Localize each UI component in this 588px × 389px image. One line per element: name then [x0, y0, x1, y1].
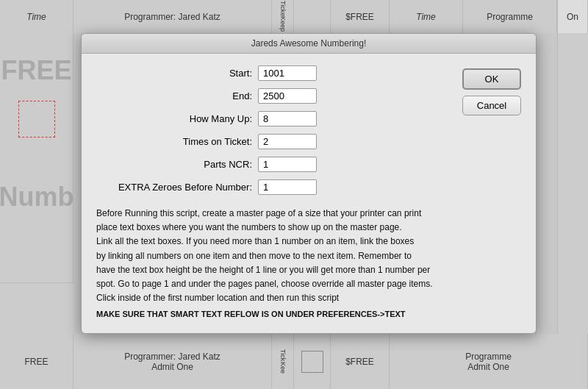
bg-right-column: [557, 33, 588, 357]
label-how-many-up: How Many Up:: [96, 113, 258, 124]
bg-red-box-1: [18, 101, 55, 138]
label-end: End:: [96, 90, 258, 101]
how-many-up-input[interactable]: [258, 111, 317, 126]
form-row-parts-ncr: Parts NCR:: [96, 157, 448, 172]
bg-programmer-2: Programme: [463, 0, 557, 33]
modal-buttons: OK Cancel: [448, 65, 521, 321]
background-top: Time Programmer: Jared Katz Ticke Keep $…: [0, 0, 588, 33]
bg-free-mid-bottom: [0, 282, 74, 334]
ok-button[interactable]: OK: [462, 68, 521, 90]
bg-ticket-bottom: Tick Kee: [272, 334, 294, 389]
desc-line-6: Click inside of the first number locatio…: [96, 291, 448, 305]
times-on-ticket-input[interactable]: [258, 134, 317, 149]
bg-free-large-1: FREE: [1, 55, 71, 86]
desc-line-1: place text boxes where you want the numb…: [96, 221, 448, 235]
modal-body: Start: End: How Many Up: Times on Ticket…: [82, 54, 536, 333]
form-row-end: End:: [96, 88, 448, 104]
form-row-start: Start:: [96, 65, 448, 81]
label-start: Start:: [96, 68, 258, 79]
modal-form: Start: End: How Many Up: Times on Ticket…: [96, 65, 448, 321]
label-parts-ncr: Parts NCR:: [96, 159, 258, 170]
cancel-button[interactable]: Cancel: [462, 96, 521, 115]
bg-empty-bottom: [294, 334, 331, 389]
end-input[interactable]: [258, 88, 317, 104]
bg-programme-bottom: Programme Admit One: [390, 334, 588, 389]
desc-line-5: spot. Go to page 1 and under the pages p…: [96, 277, 448, 291]
start-input[interactable]: [258, 65, 317, 81]
bg-time-1: Time: [0, 0, 74, 33]
bg-time-2: Time: [390, 0, 463, 33]
modal-title: Jareds Awesome Numbering!: [251, 38, 367, 49]
label-times-on-ticket: Times on Ticket:: [96, 136, 258, 147]
parts-ncr-input[interactable]: [258, 157, 317, 172]
form-row-extra-zeroes: EXTRA Zeroes Before Number:: [96, 179, 448, 195]
modal-dialog: Jareds Awesome Numbering! Start: End: Ho…: [81, 33, 537, 334]
bg-free-price-bottom: $FREE: [331, 334, 390, 389]
bg-on-label: On: [557, 0, 588, 33]
modal-warning: MAKE SURE THAT SMART TEXT REFLOW IS ON U…: [96, 308, 448, 321]
desc-line-4: have the text box height be the height o…: [96, 263, 448, 277]
bg-numb-large-1: Numb: [0, 182, 74, 213]
bg-programmer-1: Programmer: Jared Katz: [74, 0, 272, 33]
form-row-times-on-ticket: Times on Ticket:: [96, 134, 448, 149]
bg-ticket-stub: Ticke Keep: [272, 0, 294, 33]
desc-line-3: by linking all numbers on one item and t…: [96, 249, 448, 263]
bg-free-bottom: FREE: [0, 334, 74, 389]
bg-programmer-bottom: Programmer: Jared Katz Admit One: [74, 334, 272, 389]
modal-titlebar: Jareds Awesome Numbering!: [82, 34, 536, 54]
desc-line-0: Before Running this script, create a mas…: [96, 207, 448, 221]
desc-line-2: Link all the text boxes. If you need mor…: [96, 235, 448, 249]
bg-free-price: $FREE: [331, 0, 390, 33]
modal-description: Before Running this script, create a mas…: [96, 202, 448, 321]
label-extra-zeroes: EXTRA Zeroes Before Number:: [96, 182, 258, 193]
extra-zeroes-input[interactable]: [258, 179, 317, 195]
form-row-how-many-up: How Many Up:: [96, 111, 448, 126]
bg-empty-1: [294, 0, 331, 33]
background-bottom: FREE Programmer: Jared Katz Admit One Ti…: [0, 334, 588, 389]
